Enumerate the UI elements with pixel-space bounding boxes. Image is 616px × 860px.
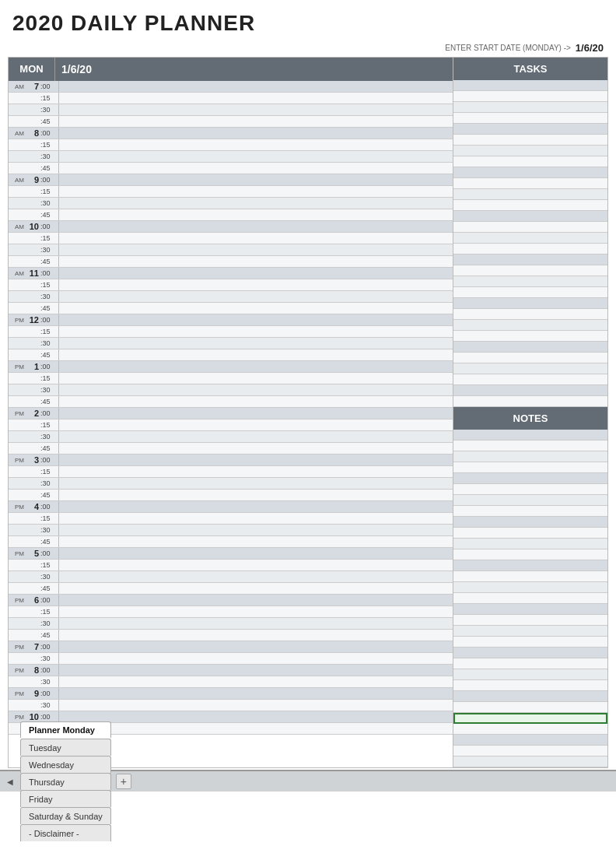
event-area[interactable] bbox=[58, 384, 453, 395]
time-row[interactable]: :30 bbox=[9, 104, 453, 116]
event-area[interactable] bbox=[58, 81, 453, 92]
time-row[interactable]: :15 bbox=[9, 139, 453, 151]
time-row[interactable]: :45 bbox=[9, 583, 453, 595]
task-row[interactable] bbox=[453, 200, 607, 211]
time-row[interactable]: PM9:00 bbox=[9, 688, 453, 700]
event-area[interactable] bbox=[58, 478, 453, 489]
time-row[interactable]: :15 bbox=[9, 513, 453, 525]
time-row[interactable]: :15 bbox=[9, 560, 453, 571]
time-row[interactable]: :45 bbox=[9, 163, 453, 174]
task-row[interactable] bbox=[453, 265, 607, 276]
tab-saturday--sunday[interactable]: Saturday & Sunday bbox=[20, 807, 111, 824]
event-area[interactable] bbox=[58, 513, 453, 524]
time-row[interactable]: :45 bbox=[9, 303, 453, 314]
task-row[interactable] bbox=[453, 113, 607, 124]
task-row[interactable] bbox=[453, 320, 607, 331]
task-row[interactable] bbox=[453, 80, 607, 91]
time-row[interactable]: PM7:00 bbox=[9, 641, 453, 653]
note-row[interactable] bbox=[453, 680, 607, 691]
time-row[interactable]: :45 bbox=[9, 116, 453, 128]
note-row[interactable] bbox=[453, 451, 607, 462]
note-row[interactable] bbox=[453, 484, 607, 495]
task-row[interactable] bbox=[453, 156, 607, 167]
event-area[interactable] bbox=[58, 361, 453, 372]
event-area[interactable] bbox=[58, 455, 453, 465]
time-row[interactable]: PM12:00 bbox=[9, 314, 453, 326]
note-row[interactable] bbox=[453, 702, 607, 713]
time-row[interactable]: :30 bbox=[9, 431, 453, 443]
time-row[interactable]: :15 bbox=[9, 466, 453, 478]
start-date-value[interactable]: 1/6/20 bbox=[576, 42, 604, 54]
event-area[interactable] bbox=[58, 548, 453, 559]
time-row[interactable]: PM6:00 bbox=[9, 595, 453, 606]
time-row[interactable]: :30 bbox=[9, 151, 453, 163]
note-row[interactable] bbox=[453, 648, 607, 658]
time-row[interactable]: PM4:00 bbox=[9, 501, 453, 513]
time-row[interactable]: PM3:00 bbox=[9, 455, 453, 466]
time-row[interactable]: :45 bbox=[9, 536, 453, 548]
note-row[interactable] bbox=[453, 615, 607, 626]
note-row[interactable] bbox=[453, 735, 607, 746]
note-row[interactable] bbox=[453, 658, 607, 669]
time-row[interactable]: :30 bbox=[9, 653, 453, 665]
time-row[interactable]: :30 bbox=[9, 244, 453, 256]
note-row[interactable] bbox=[453, 571, 607, 582]
event-area[interactable] bbox=[58, 128, 453, 139]
time-row[interactable]: :45 bbox=[9, 490, 453, 501]
time-row[interactable]: :45 bbox=[9, 443, 453, 455]
task-row[interactable] bbox=[453, 353, 607, 363]
note-row[interactable] bbox=[453, 430, 607, 441]
tab-scroll-left[interactable]: ◀ bbox=[3, 774, 17, 788]
time-row[interactable]: :15 bbox=[9, 233, 453, 244]
note-row[interactable] bbox=[453, 604, 607, 615]
note-row[interactable] bbox=[453, 560, 607, 571]
task-row[interactable] bbox=[453, 331, 607, 342]
note-row[interactable] bbox=[453, 473, 607, 484]
task-row[interactable] bbox=[453, 146, 607, 156]
event-area[interactable] bbox=[58, 233, 453, 244]
note-row[interactable] bbox=[453, 746, 607, 756]
event-area[interactable] bbox=[58, 338, 453, 349]
event-area[interactable] bbox=[58, 198, 453, 209]
event-area[interactable] bbox=[58, 291, 453, 302]
event-area[interactable] bbox=[58, 723, 453, 734]
task-row[interactable] bbox=[453, 178, 607, 189]
time-row[interactable]: PM5:00 bbox=[9, 548, 453, 560]
note-row[interactable] bbox=[453, 539, 607, 549]
tab-add-button[interactable]: + bbox=[116, 774, 131, 789]
task-row[interactable] bbox=[453, 276, 607, 287]
task-row[interactable] bbox=[453, 222, 607, 233]
note-row[interactable] bbox=[453, 756, 607, 767]
time-row[interactable]: :30 bbox=[9, 525, 453, 536]
task-row[interactable] bbox=[453, 102, 607, 113]
tab-wednesday[interactable]: Wednesday bbox=[20, 756, 111, 773]
time-row[interactable]: :45 bbox=[9, 630, 453, 641]
event-area[interactable] bbox=[58, 326, 453, 337]
event-area[interactable] bbox=[58, 665, 453, 676]
time-row[interactable]: :15 bbox=[9, 93, 453, 104]
note-row[interactable] bbox=[453, 691, 607, 702]
time-row[interactable]: AM8:00 bbox=[9, 128, 453, 139]
time-row[interactable]: :15 bbox=[9, 373, 453, 384]
task-row[interactable] bbox=[453, 298, 607, 309]
event-area[interactable] bbox=[58, 583, 453, 594]
note-row[interactable] bbox=[453, 713, 607, 724]
event-area[interactable] bbox=[58, 303, 453, 314]
time-row[interactable]: PM8:00 bbox=[9, 665, 453, 676]
time-row[interactable]: :30 bbox=[9, 478, 453, 490]
event-area[interactable] bbox=[58, 466, 453, 477]
time-row[interactable]: :30 bbox=[9, 291, 453, 303]
event-area[interactable] bbox=[58, 268, 453, 279]
event-area[interactable] bbox=[58, 501, 453, 512]
time-row[interactable]: :15 bbox=[9, 326, 453, 338]
time-row[interactable]: :45 bbox=[9, 349, 453, 361]
event-area[interactable] bbox=[58, 244, 453, 255]
time-row[interactable]: AM9:00 bbox=[9, 174, 453, 186]
event-area[interactable] bbox=[58, 595, 453, 606]
event-area[interactable] bbox=[58, 641, 453, 652]
event-area[interactable] bbox=[58, 256, 453, 267]
task-row[interactable] bbox=[453, 374, 607, 385]
time-row[interactable]: :15 bbox=[9, 606, 453, 618]
task-row[interactable] bbox=[453, 363, 607, 374]
event-area[interactable] bbox=[58, 221, 453, 232]
